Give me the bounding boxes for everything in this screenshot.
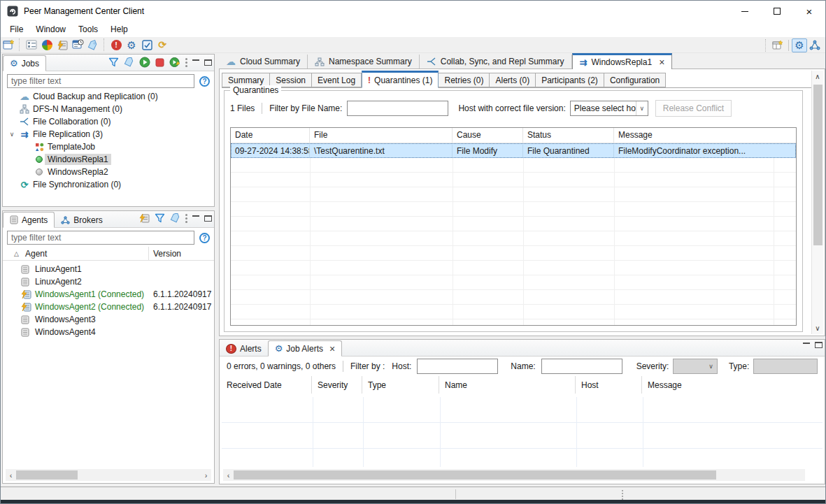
tags-agents-icon[interactable]: [170, 213, 180, 223]
version-column-header[interactable]: Version: [153, 249, 181, 259]
close-tab-icon[interactable]: ×: [329, 344, 335, 354]
scroll-down-icon[interactable]: ∨: [812, 322, 823, 334]
jobs-filter-help-icon[interactable]: ?: [199, 76, 210, 87]
menu-file[interactable]: File: [3, 23, 29, 36]
status-column-header[interactable]: Status: [523, 128, 614, 143]
type-column-header[interactable]: Type: [362, 376, 439, 394]
alerts-toolbar-icon[interactable]: !: [108, 38, 124, 52]
agent-row[interactable]: WindowsAgent2 (Connected) 6.1.1.20240917: [3, 301, 214, 313]
jobs-perspective-icon[interactable]: [792, 38, 807, 52]
editor-vertical-scrollbar[interactable]: ∧ ∨: [811, 71, 823, 334]
tree-item-dfsn[interactable]: DFS-N Management (0): [3, 103, 214, 115]
agent-row[interactable]: WindowsAgent1 (Connected) 6.1.1.20240917: [3, 288, 214, 301]
subtab-configuration[interactable]: Configuration: [604, 73, 666, 87]
maximize-button[interactable]: [761, 1, 793, 22]
tab-job-alerts[interactable]: Job Alerts ×: [268, 340, 343, 357]
type-select[interactable]: [753, 359, 818, 374]
severity-select[interactable]: ∨: [673, 359, 718, 374]
menu-window[interactable]: Window: [29, 23, 72, 36]
agent-power-icon[interactable]: [138, 213, 150, 223]
tree-item-templatejob[interactable]: TemplateJob: [3, 141, 214, 153]
schedule-icon[interactable]: [70, 38, 85, 52]
subtab-retries[interactable]: Retries (0): [439, 73, 490, 87]
menu-help[interactable]: Help: [104, 23, 134, 36]
tree-item-windowsrepla2[interactable]: WindowsRepla2: [3, 166, 214, 178]
quarantine-row-selected[interactable]: 09-27-2024 14:38:58 \TestQuarentine.txt …: [231, 143, 796, 158]
scroll-left-icon[interactable]: ‹: [6, 471, 16, 480]
preferences-gear-icon[interactable]: [124, 38, 139, 52]
subtab-quarantines[interactable]: ! Quarantines (1): [362, 71, 439, 88]
refresh-icon[interactable]: [155, 38, 170, 52]
cause-column-header[interactable]: Cause: [453, 128, 523, 143]
alerts-minimize-icon[interactable]: [803, 343, 810, 344]
dashboard-pie-icon[interactable]: [39, 38, 55, 52]
alerts-horizontal-scrollbar[interactable]: ‹: [223, 469, 805, 481]
date-column-header[interactable]: Date: [231, 128, 310, 143]
jobs-maximize-icon[interactable]: [204, 59, 212, 66]
name-filter-input[interactable]: [541, 359, 622, 374]
tab-brokers[interactable]: Brokers: [55, 212, 108, 228]
subtab-participants[interactable]: Participants (2): [536, 73, 604, 87]
jobs-filter-input[interactable]: [7, 74, 194, 88]
jobs-view-menu-icon[interactable]: [185, 58, 187, 60]
agent-row[interactable]: LinuxAgent1: [3, 263, 214, 275]
tree-item-file-replication[interactable]: File Replication (3): [3, 128, 214, 141]
alerts-maximize-icon[interactable]: [815, 342, 823, 348]
tab-alerts[interactable]: ! Alerts: [220, 340, 268, 357]
chevron-down-icon[interactable]: [8, 131, 16, 138]
subtab-alerts[interactable]: Alerts (0): [490, 73, 536, 87]
agent-column-header[interactable]: Agent: [25, 249, 47, 259]
tree-item-file-collaboration[interactable]: File Collaboration (0): [3, 115, 214, 128]
tab-windowsrepla1[interactable]: WindowsRepla1 ×: [572, 53, 673, 69]
tab-collab-sync-repl-summary[interactable]: Collab, Sync, and Repl Summary: [420, 55, 572, 69]
agents-filter-input[interactable]: [7, 231, 194, 245]
agents-horizontal-scrollbar[interactable]: ‹ ›: [6, 469, 211, 481]
subtab-event-log[interactable]: Event Log: [312, 73, 362, 87]
tree-item-file-synchronization[interactable]: File Synchronization (0): [3, 178, 214, 191]
agents-maximize-icon[interactable]: [204, 215, 212, 222]
host-filter-input[interactable]: [417, 359, 498, 374]
power-report-icon[interactable]: [55, 38, 70, 52]
open-perspective-icon[interactable]: [770, 38, 785, 52]
outline-icon[interactable]: [24, 38, 39, 52]
filter-agents-icon[interactable]: [155, 213, 165, 223]
jobs-minimize-icon[interactable]: [192, 59, 199, 61]
message-column-header[interactable]: Message: [614, 128, 796, 143]
name-column-header[interactable]: Name: [439, 376, 576, 394]
host-column-header[interactable]: Host: [576, 376, 642, 394]
host-select[interactable]: Please select host ∨: [570, 101, 648, 116]
scroll-left-icon[interactable]: ‹: [223, 471, 234, 480]
minimize-button[interactable]: [729, 1, 761, 22]
tree-item-cloud-backup[interactable]: Cloud Backup and Replication (0): [3, 90, 214, 103]
start-job-icon[interactable]: [139, 57, 150, 68]
tag-icon[interactable]: [85, 38, 101, 52]
agents-view-menu-icon[interactable]: [185, 214, 187, 216]
scroll-thumb[interactable]: [813, 85, 823, 245]
filter-jobs-icon[interactable]: [108, 57, 119, 67]
new-job-icon[interactable]: [1, 38, 16, 52]
agents-perspective-icon[interactable]: [807, 38, 823, 52]
message-column-header[interactable]: Message: [642, 376, 823, 394]
task-check-icon[interactable]: [139, 38, 155, 52]
tab-cloud-summary[interactable]: Cloud Summary: [219, 55, 308, 69]
agents-minimize-icon[interactable]: [192, 215, 199, 217]
agent-row[interactable]: LinuxAgent2: [3, 275, 214, 288]
received-date-column-header[interactable]: Received Date: [221, 376, 312, 394]
tab-agents[interactable]: Agents: [3, 212, 55, 228]
file-name-filter-input[interactable]: [347, 101, 448, 116]
tags-jobs-icon[interactable]: [124, 57, 134, 67]
tree-item-windowsrepla1[interactable]: WindowsRepla1: [3, 153, 214, 166]
severity-column-header[interactable]: Severity: [312, 376, 362, 394]
agents-filter-help-icon[interactable]: ?: [199, 233, 210, 243]
file-column-header[interactable]: File: [310, 128, 453, 143]
menu-tools[interactable]: Tools: [72, 23, 104, 36]
scroll-thumb[interactable]: [234, 470, 716, 480]
scroll-up-icon[interactable]: ∧: [812, 71, 823, 82]
agent-row[interactable]: WindowsAgent3: [3, 313, 214, 326]
tab-jobs[interactable]: Jobs: [3, 55, 46, 71]
restart-job-icon[interactable]: [169, 57, 180, 68]
close-button[interactable]: ×: [793, 1, 825, 22]
scroll-thumb[interactable]: [16, 470, 78, 480]
close-tab-icon[interactable]: ×: [659, 57, 664, 67]
scroll-right-icon[interactable]: ›: [201, 471, 211, 480]
